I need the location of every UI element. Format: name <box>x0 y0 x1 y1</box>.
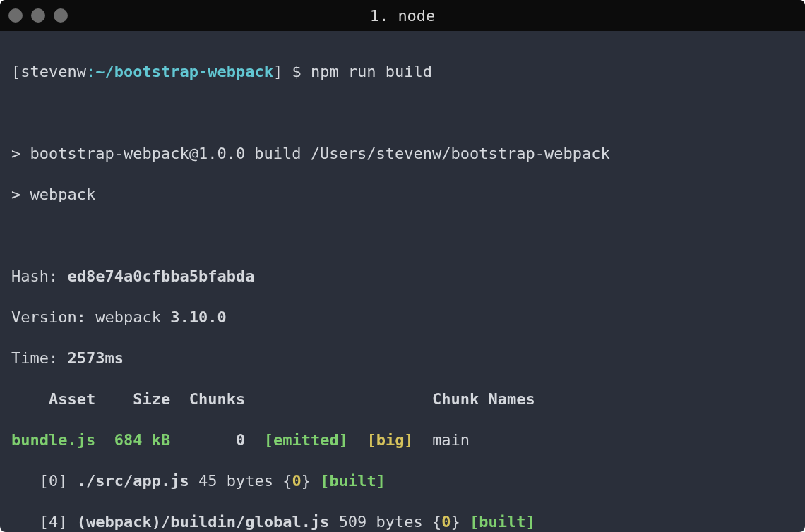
bundle-row: bundle.js 684 kB 0 [emitted] [big] main <box>11 430 794 450</box>
time-line: Time: 2573ms <box>11 348 794 368</box>
prompt-symbol: $ <box>292 63 301 80</box>
prompt-sep: : <box>86 63 95 80</box>
terminal-body[interactable]: [stevenw:~/bootstrap-webpack] $ npm run … <box>0 31 805 532</box>
version-line: Version: webpack 3.10.0 <box>11 307 794 327</box>
bundle-chunk: 0 <box>236 431 245 449</box>
built-tag: [built] <box>320 472 386 490</box>
bundle-size: 684 kB <box>114 431 170 449</box>
big-tag: [big] <box>366 431 413 449</box>
titlebar: 1. node <box>0 0 805 31</box>
bundle-chunk-name: main <box>432 431 470 449</box>
blank-line <box>11 102 794 123</box>
hash-value: ed8e74a0cfbba5bfabda <box>67 267 254 285</box>
terminal-window: 1. node [stevenw:~/bootstrap-webpack] $ … <box>0 0 805 532</box>
emitted-tag: [emitted] <box>264 431 348 449</box>
prompt-line: [stevenw:~/bootstrap-webpack] $ npm run … <box>11 61 794 82</box>
time-value: 2573ms <box>67 349 123 367</box>
module-row: [4] (webpack)/buildin/global.js 509 byte… <box>11 512 794 532</box>
minimize-icon[interactable] <box>31 8 45 23</box>
command-text: npm run build <box>311 63 432 80</box>
banner-line-1: > bootstrap-webpack@1.0.0 build /Users/s… <box>11 143 794 164</box>
bundle-asset: bundle.js <box>11 431 95 449</box>
zoom-icon[interactable] <box>54 8 68 23</box>
module-row: [0] ./src/app.js 45 bytes {0} [built] <box>11 471 794 491</box>
banner-line-2: > webpack <box>11 184 794 205</box>
traffic-lights <box>8 8 68 23</box>
prompt-user: stevenw <box>20 63 86 80</box>
hash-line: Hash: ed8e74a0cfbba5bfabda <box>11 266 794 286</box>
prompt-path: ~/bootstrap-webpack <box>95 63 273 80</box>
close-icon[interactable] <box>8 8 23 23</box>
blank-line <box>11 225 794 246</box>
built-tag: [built] <box>470 513 535 531</box>
table-header: Asset Size Chunks Chunk Names <box>11 389 794 409</box>
version-value: 3.10.0 <box>170 308 226 326</box>
window-title: 1. node <box>0 7 805 25</box>
